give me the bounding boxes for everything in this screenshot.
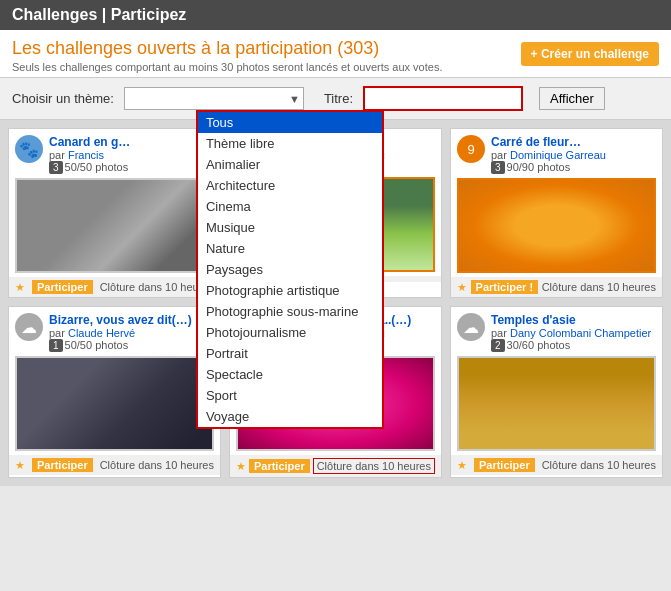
dropdown-item-cinema[interactable]: Cinema — [198, 196, 382, 217]
page-header: Challenges | Participez — [0, 0, 671, 30]
card-photos-4: 150/50 photos — [49, 339, 214, 352]
card-photos-6: 230/60 photos — [491, 339, 656, 352]
card-author-6: par Dany Colombani Champetier — [491, 327, 656, 339]
card-photos-3: 390/90 photos — [491, 161, 656, 174]
card-title-1[interactable]: Canard en g… — [49, 135, 214, 149]
dropdown-item-photo-sous-marine[interactable]: Photographie sous-marine — [198, 301, 382, 322]
star-icon-6: ★ — [457, 459, 467, 472]
cloture-5: Clôture dans 10 heures — [313, 458, 435, 474]
challenge-card-1: 🐾 Canard en g… par Francis 350/50 photos… — [8, 128, 221, 298]
challenge-card-3: 9 Carré de fleur… par Dominique Garreau … — [450, 128, 663, 298]
dropdown-item-photojournalisme[interactable]: Photojournalisme — [198, 322, 382, 343]
challenge-card-6: ☁ Temples d'asie par Dany Colombani Cham… — [450, 306, 663, 478]
dropdown-item-paysages[interactable]: Paysages — [198, 259, 382, 280]
card-title-6[interactable]: Temples d'asie — [491, 313, 656, 327]
card-icon-4: ☁ — [15, 313, 43, 341]
card-icon-3: 9 — [457, 135, 485, 163]
author-link-4[interactable]: Claude Hervé — [68, 327, 135, 339]
author-link-3[interactable]: Dominique Garreau — [510, 149, 606, 161]
card-title-3[interactable]: Carré de fleur… — [491, 135, 656, 149]
card-image-4 — [15, 356, 214, 451]
card-author-1: par Francis — [49, 149, 214, 161]
participer-button-3[interactable]: Participer ! — [471, 280, 538, 294]
card-image-6 — [457, 356, 656, 451]
titre-input[interactable] — [363, 86, 523, 111]
dropdown-item-photo-artistique[interactable]: Photographie artistique — [198, 280, 382, 301]
theme-select[interactable]: Tous — [124, 87, 304, 110]
cloture-4: Clôture dans 10 heures — [100, 459, 214, 471]
card-image-1 — [15, 178, 214, 273]
card-author-3: par Dominique Garreau — [491, 149, 656, 161]
challenge-card-4: ☁ Bizarre, vous avez dit(…) par Claude H… — [8, 306, 221, 478]
cloture-3: Clôture dans 10 heures — [542, 281, 656, 293]
header-title: Challenges | Participez — [12, 6, 186, 23]
dropdown-item-musique[interactable]: Musique — [198, 217, 382, 238]
card-photos-1: 350/50 photos — [49, 161, 214, 174]
dropdown-item-theme-libre[interactable]: Thème libre — [198, 133, 382, 154]
participer-button-5[interactable]: Participer — [249, 459, 310, 473]
dropdown-item-nature[interactable]: Nature — [198, 238, 382, 259]
create-challenge-button[interactable]: Créer un challenge — [521, 42, 659, 66]
filter-bar: Choisir un thème: Tous ▼ Tous Thème libr… — [0, 78, 671, 120]
dropdown-item-animalier[interactable]: Animalier — [198, 154, 382, 175]
card-title-4[interactable]: Bizarre, vous avez dit(…) — [49, 313, 214, 327]
star-icon-4: ★ — [15, 459, 25, 472]
card-footer-6: ★ Participer Clôture dans 10 heures — [451, 455, 662, 475]
dropdown-item-spectacle[interactable]: Spectacle — [198, 364, 382, 385]
dropdown-item-architecture[interactable]: Architecture — [198, 175, 382, 196]
card-icon-1: 🐾 — [15, 135, 43, 163]
dropdown-item-tous[interactable]: Tous — [198, 112, 382, 133]
star-icon-1: ★ — [15, 281, 25, 294]
cloture-6: Clôture dans 10 heures — [542, 459, 656, 471]
theme-select-wrap: Tous ▼ Tous Thème libre Animalier Archit… — [124, 87, 304, 110]
theme-dropdown: Tous Thème libre Animalier Architecture … — [196, 110, 384, 429]
titre-label: Titre: — [324, 91, 353, 106]
card-footer-4: ★ Participer Clôture dans 10 heures — [9, 455, 220, 475]
card-badge-4: 1 — [49, 339, 63, 352]
author-link-6[interactable]: Dany Colombani Champetier — [510, 327, 651, 339]
dropdown-item-sport[interactable]: Sport — [198, 385, 382, 406]
subheader: Créer un challenge Les challenges ouvert… — [0, 30, 671, 78]
challenge-count: (303) — [337, 38, 379, 58]
card-footer-3: ★ Participer ! Clôture dans 10 heures — [451, 277, 662, 297]
card-badge-1: 3 — [49, 161, 63, 174]
theme-label: Choisir un thème: — [12, 91, 114, 106]
card-icon-6: ☁ — [457, 313, 485, 341]
afficher-button[interactable]: Afficher — [539, 87, 605, 110]
dropdown-item-portrait[interactable]: Portrait — [198, 343, 382, 364]
author-link-1[interactable]: Francis — [68, 149, 104, 161]
card-author-4: par Claude Hervé — [49, 327, 214, 339]
participer-button-6[interactable]: Participer — [474, 458, 535, 472]
star-icon-3: ★ — [457, 281, 467, 294]
card-badge-6: 2 — [491, 339, 505, 352]
dropdown-item-voyage[interactable]: Voyage — [198, 406, 382, 427]
star-icon-5: ★ — [236, 460, 246, 473]
card-footer-5: ★ Participer Clôture dans 10 heures — [230, 455, 441, 477]
card-badge-3: 3 — [491, 161, 505, 174]
card-footer-1: ★ Participer Clôture dans 10 heures — [9, 277, 220, 297]
card-image-3 — [457, 178, 656, 273]
participer-button-1[interactable]: Participer — [32, 280, 93, 294]
participer-button-4[interactable]: Participer — [32, 458, 93, 472]
